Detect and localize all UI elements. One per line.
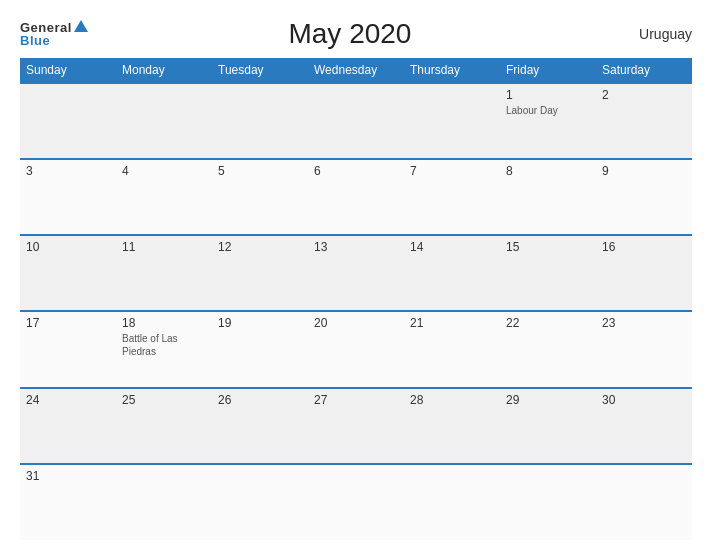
day-number: 26 — [218, 393, 302, 407]
header-saturday: Saturday — [596, 58, 692, 83]
table-row: 31 — [20, 464, 116, 540]
table-row: 20 — [308, 311, 404, 387]
table-row: 1Labour Day — [500, 83, 596, 159]
holiday-name: Battle of Las Piedras — [122, 332, 206, 358]
day-number: 29 — [506, 393, 590, 407]
table-row: 2 — [596, 83, 692, 159]
day-number: 21 — [410, 316, 494, 330]
table-row: 28 — [404, 388, 500, 464]
calendar-week-5: 24252627282930 — [20, 388, 692, 464]
table-row: 9 — [596, 159, 692, 235]
calendar-table: Sunday Monday Tuesday Wednesday Thursday… — [20, 58, 692, 540]
table-row — [116, 464, 212, 540]
table-row — [404, 83, 500, 159]
header-sunday: Sunday — [20, 58, 116, 83]
logo-general-text: General — [20, 21, 88, 35]
table-row: 12 — [212, 235, 308, 311]
table-row: 16 — [596, 235, 692, 311]
table-row: 24 — [20, 388, 116, 464]
day-number: 28 — [410, 393, 494, 407]
table-row — [308, 83, 404, 159]
day-number: 12 — [218, 240, 302, 254]
table-row: 29 — [500, 388, 596, 464]
table-row: 11 — [116, 235, 212, 311]
header-tuesday: Tuesday — [212, 58, 308, 83]
calendar-week-4: 1718Battle of Las Piedras1920212223 — [20, 311, 692, 387]
logo: General Blue — [20, 21, 88, 48]
day-number: 18 — [122, 316, 206, 330]
header-friday: Friday — [500, 58, 596, 83]
header-wednesday: Wednesday — [308, 58, 404, 83]
table-row: 27 — [308, 388, 404, 464]
header-monday: Monday — [116, 58, 212, 83]
table-row: 4 — [116, 159, 212, 235]
day-number: 6 — [314, 164, 398, 178]
day-number: 8 — [506, 164, 590, 178]
table-row: 7 — [404, 159, 500, 235]
calendar-week-1: 1Labour Day2 — [20, 83, 692, 159]
day-number: 20 — [314, 316, 398, 330]
table-row — [212, 464, 308, 540]
day-number: 30 — [602, 393, 686, 407]
day-number: 17 — [26, 316, 110, 330]
day-number: 22 — [506, 316, 590, 330]
table-row: 15 — [500, 235, 596, 311]
table-row: 13 — [308, 235, 404, 311]
table-row: 25 — [116, 388, 212, 464]
logo-triangle-icon — [74, 20, 88, 32]
day-number: 24 — [26, 393, 110, 407]
table-row — [212, 83, 308, 159]
table-row: 5 — [212, 159, 308, 235]
header-row: Sunday Monday Tuesday Wednesday Thursday… — [20, 58, 692, 83]
calendar-week-2: 3456789 — [20, 159, 692, 235]
table-row: 10 — [20, 235, 116, 311]
table-row: 19 — [212, 311, 308, 387]
table-row: 18Battle of Las Piedras — [116, 311, 212, 387]
day-number: 7 — [410, 164, 494, 178]
day-number: 5 — [218, 164, 302, 178]
table-row — [116, 83, 212, 159]
top-bar: General Blue May 2020 Uruguay — [20, 18, 692, 50]
table-row: 17 — [20, 311, 116, 387]
table-row: 23 — [596, 311, 692, 387]
table-row: 6 — [308, 159, 404, 235]
table-row: 26 — [212, 388, 308, 464]
day-number: 10 — [26, 240, 110, 254]
country-label: Uruguay — [612, 26, 692, 42]
day-number: 1 — [506, 88, 590, 102]
header-thursday: Thursday — [404, 58, 500, 83]
day-number: 3 — [26, 164, 110, 178]
day-number: 31 — [26, 469, 110, 483]
calendar-week-6: 31 — [20, 464, 692, 540]
table-row: 21 — [404, 311, 500, 387]
calendar-title: May 2020 — [88, 18, 612, 50]
table-row — [308, 464, 404, 540]
calendar-week-3: 10111213141516 — [20, 235, 692, 311]
day-number: 23 — [602, 316, 686, 330]
table-row: 30 — [596, 388, 692, 464]
holiday-name: Labour Day — [506, 104, 590, 117]
day-number: 25 — [122, 393, 206, 407]
table-row: 14 — [404, 235, 500, 311]
table-row — [500, 464, 596, 540]
day-number: 13 — [314, 240, 398, 254]
day-number: 15 — [506, 240, 590, 254]
day-number: 2 — [602, 88, 686, 102]
day-number: 14 — [410, 240, 494, 254]
table-row: 22 — [500, 311, 596, 387]
table-row — [20, 83, 116, 159]
calendar-page: General Blue May 2020 Uruguay Sunday Mon… — [0, 0, 712, 550]
table-row: 3 — [20, 159, 116, 235]
logo-blue-text: Blue — [20, 34, 50, 47]
table-row — [404, 464, 500, 540]
day-number: 16 — [602, 240, 686, 254]
day-number: 19 — [218, 316, 302, 330]
table-row — [596, 464, 692, 540]
day-number: 9 — [602, 164, 686, 178]
day-number: 11 — [122, 240, 206, 254]
day-number: 4 — [122, 164, 206, 178]
day-number: 27 — [314, 393, 398, 407]
table-row: 8 — [500, 159, 596, 235]
